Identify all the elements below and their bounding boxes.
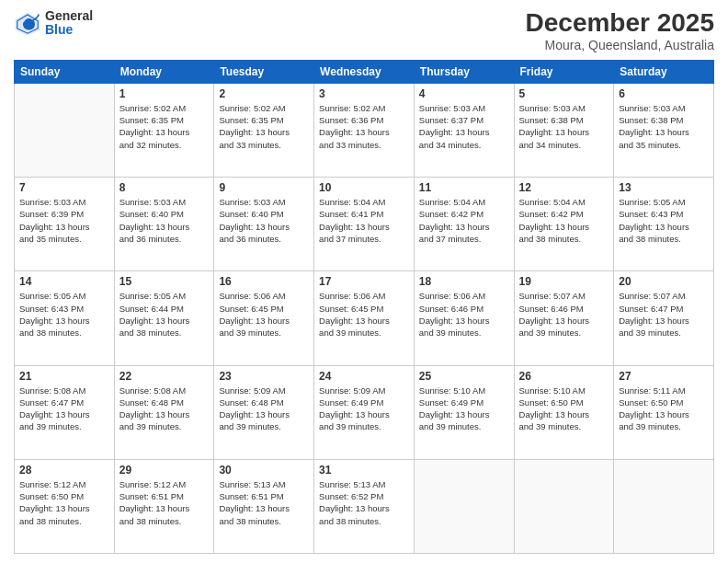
day-info: Sunrise: 5:04 AM Sunset: 6:42 PM Dayligh… [519,196,609,245]
table-row: 22Sunrise: 5:08 AM Sunset: 6:48 PM Dayli… [114,365,214,459]
day-number: 1 [119,87,210,100]
table-row: 24Sunrise: 5:09 AM Sunset: 6:49 PM Dayli… [314,365,415,459]
day-info: Sunrise: 5:06 AM Sunset: 6:46 PM Dayligh… [419,290,509,339]
day-info: Sunrise: 5:12 AM Sunset: 6:50 PM Dayligh… [19,478,109,527]
table-row: 8Sunrise: 5:03 AM Sunset: 6:40 PM Daylig… [114,178,214,271]
day-info: Sunrise: 5:12 AM Sunset: 6:51 PM Dayligh… [119,478,210,527]
table-row: 26Sunrise: 5:10 AM Sunset: 6:50 PM Dayli… [514,365,614,459]
day-number: 30 [219,464,309,477]
day-number: 5 [519,87,609,100]
day-info: Sunrise: 5:04 AM Sunset: 6:41 PM Dayligh… [319,196,409,245]
table-row: 23Sunrise: 5:09 AM Sunset: 6:48 PM Dayli… [214,365,314,459]
table-row: 30Sunrise: 5:13 AM Sunset: 6:51 PM Dayli… [214,459,314,553]
month-title: December 2025 [526,9,714,38]
day-number: 15 [119,275,210,288]
day-number: 10 [319,181,409,194]
title-block: December 2025 Moura, Queensland, Austral… [526,9,714,52]
day-info: Sunrise: 5:07 AM Sunset: 6:47 PM Dayligh… [619,290,709,339]
day-info: Sunrise: 5:05 AM Sunset: 6:43 PM Dayligh… [619,196,709,245]
table-row: 3Sunrise: 5:02 AM Sunset: 6:36 PM Daylig… [314,83,415,177]
day-info: Sunrise: 5:05 AM Sunset: 6:44 PM Dayligh… [119,290,210,339]
table-row: 14Sunrise: 5:05 AM Sunset: 6:43 PM Dayli… [15,271,115,365]
table-row [15,83,115,177]
header: General Blue December 2025 Moura, Queens… [14,9,714,52]
day-info: Sunrise: 5:11 AM Sunset: 6:50 PM Dayligh… [619,385,709,433]
table-row: 16Sunrise: 5:06 AM Sunset: 6:45 PM Dayli… [214,271,314,365]
day-info: Sunrise: 5:08 AM Sunset: 6:48 PM Dayligh… [119,385,210,433]
table-row: 13Sunrise: 5:05 AM Sunset: 6:43 PM Dayli… [614,178,714,271]
day-info: Sunrise: 5:03 AM Sunset: 6:39 PM Dayligh… [19,196,109,245]
day-number: 31 [319,464,409,477]
table-row: 4Sunrise: 5:03 AM Sunset: 6:37 PM Daylig… [414,83,514,177]
day-info: Sunrise: 5:09 AM Sunset: 6:49 PM Dayligh… [319,385,409,433]
logo-general-text: General [45,9,93,23]
day-info: Sunrise: 5:03 AM Sunset: 6:40 PM Dayligh… [219,196,309,245]
day-number: 26 [519,370,609,383]
day-info: Sunrise: 5:03 AM Sunset: 6:40 PM Dayligh… [119,196,210,245]
table-row: 2Sunrise: 5:02 AM Sunset: 6:35 PM Daylig… [214,83,314,177]
table-row: 12Sunrise: 5:04 AM Sunset: 6:42 PM Dayli… [514,178,614,271]
day-info: Sunrise: 5:06 AM Sunset: 6:45 PM Dayligh… [319,290,409,339]
day-info: Sunrise: 5:02 AM Sunset: 6:35 PM Dayligh… [219,102,309,151]
day-number: 11 [419,181,509,194]
day-info: Sunrise: 5:02 AM Sunset: 6:36 PM Dayligh… [319,102,409,151]
day-number: 19 [519,275,609,288]
table-row: 31Sunrise: 5:13 AM Sunset: 6:52 PM Dayli… [314,459,415,553]
day-info: Sunrise: 5:07 AM Sunset: 6:46 PM Dayligh… [519,290,609,339]
table-row: 29Sunrise: 5:12 AM Sunset: 6:51 PM Dayli… [114,459,214,553]
day-number: 18 [419,275,509,288]
day-info: Sunrise: 5:09 AM Sunset: 6:48 PM Dayligh… [219,385,309,433]
day-number: 8 [119,181,210,194]
day-number: 27 [619,370,709,383]
table-row: 18Sunrise: 5:06 AM Sunset: 6:46 PM Dayli… [414,271,514,365]
table-row: 28Sunrise: 5:12 AM Sunset: 6:50 PM Dayli… [15,459,115,553]
calendar-week-2: 7Sunrise: 5:03 AM Sunset: 6:39 PM Daylig… [15,178,714,271]
day-number: 6 [619,87,709,100]
day-number: 23 [219,370,309,383]
header-tuesday: Tuesday [214,60,314,83]
day-number: 20 [619,275,709,288]
day-number: 25 [419,370,509,383]
table-row: 7Sunrise: 5:03 AM Sunset: 6:39 PM Daylig… [15,178,115,271]
day-info: Sunrise: 5:03 AM Sunset: 6:37 PM Dayligh… [419,102,509,151]
day-info: Sunrise: 5:02 AM Sunset: 6:35 PM Dayligh… [119,102,210,151]
day-number: 14 [19,275,109,288]
table-row: 27Sunrise: 5:11 AM Sunset: 6:50 PM Dayli… [614,365,714,459]
table-row: 19Sunrise: 5:07 AM Sunset: 6:46 PM Dayli… [514,271,614,365]
day-number: 3 [319,87,409,100]
page: General Blue December 2025 Moura, Queens… [0,0,728,563]
table-row: 21Sunrise: 5:08 AM Sunset: 6:47 PM Dayli… [15,365,115,459]
day-number: 24 [319,370,409,383]
table-row: 20Sunrise: 5:07 AM Sunset: 6:47 PM Dayli… [614,271,714,365]
calendar-week-5: 28Sunrise: 5:12 AM Sunset: 6:50 PM Dayli… [15,459,714,553]
location: Moura, Queensland, Australia [526,38,714,52]
table-row: 17Sunrise: 5:06 AM Sunset: 6:45 PM Dayli… [314,271,415,365]
header-wednesday: Wednesday [314,60,415,83]
day-info: Sunrise: 5:06 AM Sunset: 6:45 PM Dayligh… [219,290,309,339]
day-info: Sunrise: 5:10 AM Sunset: 6:50 PM Dayligh… [519,385,609,433]
header-friday: Friday [514,60,614,83]
day-number: 4 [419,87,509,100]
day-number: 13 [619,181,709,194]
table-row [614,459,714,553]
day-number: 7 [19,181,109,194]
day-info: Sunrise: 5:05 AM Sunset: 6:43 PM Dayligh… [19,290,109,339]
day-number: 21 [19,370,109,383]
day-number: 28 [19,464,109,477]
day-info: Sunrise: 5:03 AM Sunset: 6:38 PM Dayligh… [519,102,609,151]
calendar-week-1: 1Sunrise: 5:02 AM Sunset: 6:35 PM Daylig… [15,83,714,177]
day-number: 16 [219,275,309,288]
table-row [414,459,514,553]
day-info: Sunrise: 5:13 AM Sunset: 6:52 PM Dayligh… [319,478,409,527]
day-number: 2 [219,87,309,100]
day-info: Sunrise: 5:04 AM Sunset: 6:42 PM Dayligh… [419,196,509,245]
day-number: 9 [219,181,309,194]
table-row: 10Sunrise: 5:04 AM Sunset: 6:41 PM Dayli… [314,178,415,271]
table-row: 6Sunrise: 5:03 AM Sunset: 6:38 PM Daylig… [614,83,714,177]
table-row: 25Sunrise: 5:10 AM Sunset: 6:49 PM Dayli… [414,365,514,459]
day-info: Sunrise: 5:08 AM Sunset: 6:47 PM Dayligh… [19,385,109,433]
calendar-header-row: Sunday Monday Tuesday Wednesday Thursday… [15,60,714,83]
header-saturday: Saturday [614,60,714,83]
header-monday: Monday [114,60,214,83]
day-number: 22 [119,370,210,383]
